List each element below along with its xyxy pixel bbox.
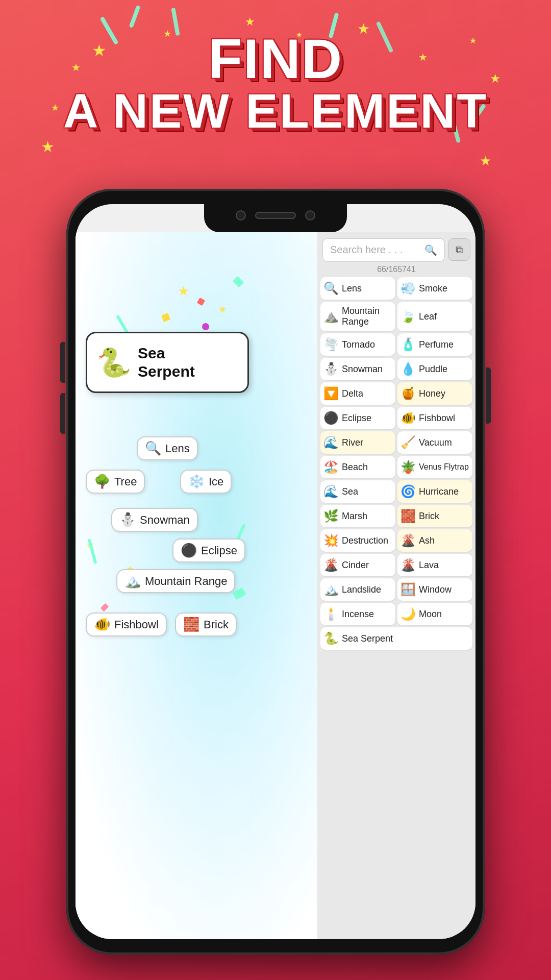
eclipse-label: Eclipse [201,544,237,557]
element-item-river[interactable]: 🌊River [320,431,395,454]
brick-emoji: 🧱 [183,617,199,632]
element-item-smoke[interactable]: 💨Smoke [397,277,472,300]
ash-text: Ash [419,535,435,546]
snowman-icon: ⛄ [323,362,339,376]
deco-star: ★ [41,138,55,156]
game-star: ★ [218,304,227,315]
element-item-hurricane[interactable]: 🌀Hurricane [397,480,472,503]
element-item-lens[interactable]: 🔍Lens [320,277,395,300]
phone-wrapper: ★ ★ ★ ★ ★ [66,189,485,954]
brick-list-icon: 🧱 [400,509,416,523]
destruction-text: Destruction [342,535,388,546]
ice-label: Ice [209,475,223,488]
hurricane-icon: 🌀 [400,484,416,499]
phone-screen: ★ ★ ★ ★ ★ [76,204,475,939]
element-row: 🔍Lens 💨Smoke [320,277,472,300]
craft-area: 🔍 Lens 🌳 Tree ❄️ Ice ⛄ [86,411,312,939]
craft-node-tree[interactable]: 🌳 Tree [86,470,145,494]
lens-emoji: 🔍 [145,440,161,456]
moon-icon: 🌙 [400,607,416,621]
element-item-sea[interactable]: 🌊Sea [320,480,395,503]
craft-node-fishbowl[interactable]: 🐠 Fishbowl [86,612,167,636]
camera-dot [236,210,246,220]
speaker-bar [255,212,296,219]
lens-icon: 🔍 [323,281,339,296]
title-line1: FIND [0,31,551,87]
sea-text: Sea [342,486,358,497]
element-item-honey[interactable]: 🍯Honey [397,382,472,405]
moon-text: Moon [419,609,442,620]
fishbowl-label: Fishbowl [114,618,159,631]
craft-node-ice[interactable]: ❄️ Ice [180,470,232,494]
lens-label: Lens [165,442,190,455]
element-row: 🔽Delta 🍯Honey [320,382,472,405]
perfume-text: Perfume [419,339,454,350]
river-text: River [342,437,363,448]
element-item-mountain-range[interactable]: ⛰️Mountain Range [320,302,395,331]
element-item-moon[interactable]: 🌙Moon [397,603,472,625]
fishbowl-text: Fishbowl [419,413,455,424]
element-item-incense[interactable]: 🕯️Incense [320,603,395,625]
craft-node-eclipse[interactable]: ⚫ Eclipse [172,538,245,562]
element-item-cinder[interactable]: 🌋Cinder [320,554,395,576]
element-item-venus-flytrap[interactable]: 🪴Venus Flytrap [397,456,472,478]
craft-node-brick[interactable]: 🧱 Brick [175,612,237,636]
smoke-icon: 💨 [400,281,416,296]
craft-node-snowman[interactable]: ⛄ Snowman [111,508,198,532]
sea-icon: 🌊 [323,484,339,499]
element-item-lava[interactable]: 🌋Lava [397,554,472,576]
brick-label: Brick [204,618,229,631]
search-bar: Search here . . . 🔍 ⧉ [322,238,470,262]
ice-emoji: ❄️ [188,474,205,489]
element-item-beach[interactable]: 🏖️Beach [320,456,395,478]
search-input[interactable]: Search here . . . 🔍 [322,238,445,262]
perfume-icon: 🧴 [400,337,416,352]
element-item-marsh[interactable]: 🌿Marsh [320,505,395,527]
element-item-sea-serpent[interactable]: 🐍Sea Serpent [320,627,472,650]
element-item-eclipse[interactable]: ⚫Eclipse [320,407,395,429]
element-item-perfume[interactable]: 🧴Perfume [397,333,472,356]
element-row: 🌊Sea 🌀Hurricane [320,480,472,503]
element-row: 🏖️Beach 🪴Venus Flytrap [320,456,472,478]
filter-button[interactable]: ⧉ [448,238,470,261]
sea-serpent-list-text: Sea Serpent [342,633,393,644]
river-icon: 🌊 [323,435,339,450]
game-area: ★ ★ ★ ★ ★ [76,232,317,939]
element-item-delta[interactable]: 🔽Delta [320,382,395,405]
element-item-fishbowl[interactable]: 🐠Fishbowl [397,407,472,429]
element-row: 🏔️Landslide 🪟Window [320,578,472,601]
element-item-destruction[interactable]: 💥Destruction [320,529,395,552]
element-item-brick[interactable]: 🧱Brick [397,505,472,527]
snowman-label: Snowman [140,513,190,527]
ash-icon: 🌋 [400,533,416,548]
element-item-puddle[interactable]: 💧Puddle [397,358,472,380]
landslide-text: Landslide [342,584,381,595]
lens-text: Lens [342,283,362,294]
hurricane-text: Hurricane [419,486,459,497]
eclipse-emoji: ⚫ [181,543,197,558]
element-item-snowman[interactable]: ⛄Snowman [320,358,395,380]
mountain-icon: ⛰️ [323,309,339,324]
element-list-panel: Search here . . . 🔍 ⧉ 66/165741 🔍Lens 💨S… [317,232,475,939]
element-item-tornado[interactable]: 🌪️Tornado [320,333,395,356]
craft-node-lens[interactable]: 🔍 Lens [137,436,198,460]
sea-serpent-list-icon: 🐍 [323,631,339,646]
notch [204,204,347,232]
mountain-text: Mountain Range [342,306,392,327]
search-placeholder: Search here . . . [330,244,403,255]
element-row: 🌋Cinder 🌋Lava [320,554,472,576]
element-row: ⛰️Mountain Range 🍃Leaf [320,302,472,331]
craft-node-mountain-range[interactable]: 🏔️ Mountain Range [116,569,235,593]
tornado-text: Tornado [342,339,375,350]
element-item-leaf[interactable]: 🍃Leaf [397,302,472,331]
snowman-emoji: ⛄ [119,512,136,528]
element-item-vacuum[interactable]: 🧹Vacuum [397,431,472,454]
element-grid: 🔍Lens 💨Smoke ⛰️Mountain Range 🍃Leaf 🌪️To… [317,277,475,939]
puddle-text: Puddle [419,364,447,375]
mountain-label: Mountain Range [145,575,227,588]
element-item-window[interactable]: 🪟Window [397,578,472,601]
element-row: 🌊River 🧹Vacuum [320,431,472,454]
leaf-icon: 🍃 [400,309,416,324]
element-item-landslide[interactable]: 🏔️Landslide [320,578,395,601]
element-item-ash[interactable]: 🌋Ash [397,529,472,552]
